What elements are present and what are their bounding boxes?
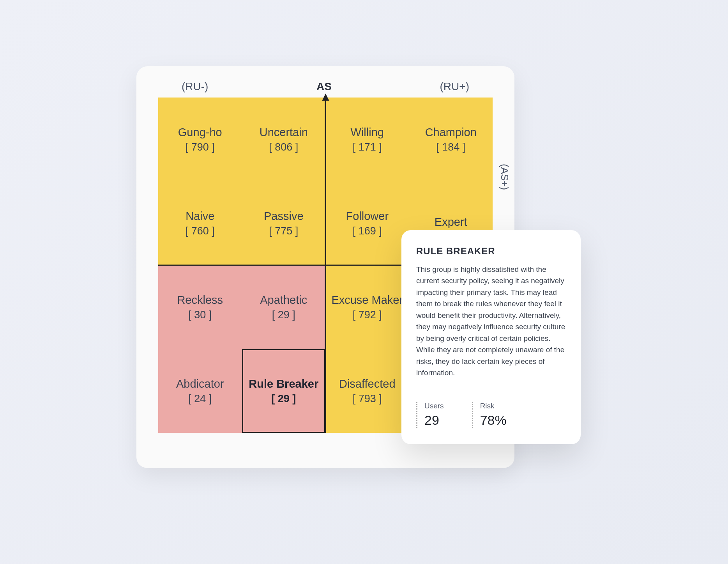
detail-title: RULE BREAKER [416, 246, 566, 257]
cell-count: [ 29 ] [271, 393, 296, 405]
cell-label: Expert [435, 216, 467, 229]
axis-ru-minus: (RU-) [182, 80, 208, 93]
metric-risk-label: Risk [480, 402, 507, 410]
cell-count: [ 29 ] [272, 309, 295, 321]
grid-cell[interactable]: Champion[ 184 ] [409, 98, 493, 181]
cell-count: [ 171 ] [353, 141, 382, 153]
detail-body: This group is highly dissatisfied with t… [416, 264, 566, 378]
cell-count: [ 184 ] [436, 141, 465, 153]
grid-cell[interactable]: Naive[ 760 ] [158, 181, 242, 265]
metric-users-label: Users [424, 402, 444, 410]
cell-label: Abdicator [176, 378, 224, 390]
grid-cell[interactable]: Excuse Maker[ 792 ] [325, 265, 409, 349]
cell-label: Follower [346, 210, 389, 223]
axis-as-center: AS [316, 80, 332, 93]
cell-label: Excuse Maker [331, 294, 403, 307]
cell-label: Naive [186, 210, 214, 223]
cell-count: [ 793 ] [353, 393, 382, 405]
grid-cell[interactable]: Gung-ho[ 790 ] [158, 98, 242, 181]
cell-count: [ 169 ] [353, 225, 382, 237]
cell-label: Disaffected [339, 378, 396, 390]
cell-label: Uncertain [260, 126, 308, 139]
detail-metrics: Users 29 Risk 78% [416, 402, 566, 428]
cell-count: [ 792 ] [353, 309, 382, 321]
metric-risk: Risk 78% [472, 402, 507, 428]
cell-count: [ 806 ] [269, 141, 298, 153]
axis-ru-plus: (RU+) [440, 80, 469, 93]
grid-cell[interactable]: Reckless[ 30 ] [158, 265, 242, 349]
grid-cell[interactable]: Uncertain[ 806 ] [242, 98, 326, 181]
axis-as-plus: (AS+) [498, 164, 511, 190]
cell-label: Rule Breaker [249, 378, 318, 390]
cell-count: [ 760 ] [186, 225, 215, 237]
detail-card: RULE BREAKER This group is highly dissat… [401, 230, 581, 444]
grid-cell[interactable]: Apathetic[ 29 ] [242, 265, 326, 349]
cell-count: [ 30 ] [188, 309, 212, 321]
grid-cell[interactable]: Rule Breaker[ 29 ] [242, 349, 326, 433]
grid-cell[interactable]: Abdicator[ 24 ] [158, 349, 242, 433]
cell-label: Apathetic [260, 294, 307, 307]
cell-count: [ 24 ] [188, 393, 212, 405]
cell-count: [ 775 ] [269, 225, 298, 237]
axis-labels-top: (RU-) AS (RU+) [158, 80, 493, 98]
cell-label: Reckless [177, 294, 223, 307]
metric-users-value: 29 [424, 413, 444, 428]
grid-cell[interactable]: Disaffected[ 793 ] [325, 349, 409, 433]
metric-users: Users 29 [416, 402, 444, 428]
cell-label: Champion [425, 126, 477, 139]
metric-risk-value: 78% [480, 413, 507, 428]
cell-label: Willing [351, 126, 384, 139]
grid-cell[interactable]: Follower[ 169 ] [325, 181, 409, 265]
cell-count: [ 790 ] [186, 141, 215, 153]
grid-cell[interactable]: Passive[ 775 ] [242, 181, 326, 265]
cell-label: Passive [264, 210, 304, 223]
cell-label: Gung-ho [178, 126, 222, 139]
grid-cell[interactable]: Willing[ 171 ] [325, 98, 409, 181]
